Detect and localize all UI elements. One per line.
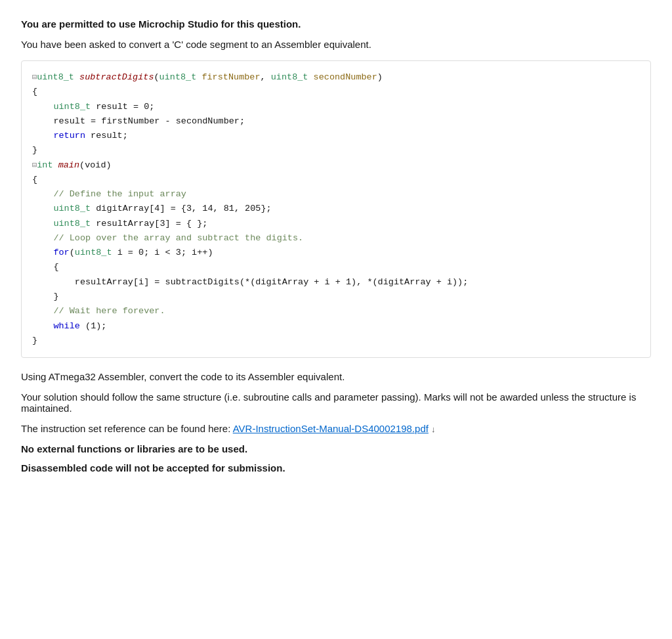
no-disassembled-notice: Disassembled code will not be accepted f…	[21, 462, 651, 474]
instruction-set-link[interactable]: AVR-InstructionSet-Manual-DS40002198.pdf	[233, 423, 429, 434]
instruction-set-prefix: The instruction set reference can be fou…	[21, 423, 233, 434]
intro-text: You have been asked to convert a 'C' cod…	[21, 39, 651, 50]
instruction-set-text: The instruction set reference can be fou…	[21, 423, 651, 434]
code-block: ⊟uint8_t subtractDigits(uint8_t firstNum…	[21, 60, 651, 358]
download-icon: ↓	[431, 424, 436, 434]
using-assembler-text: Using ATmega32 Assembler, convert the co…	[21, 371, 651, 382]
permission-notice: You are permitted to use Microchip Studi…	[21, 18, 651, 30]
structure-text: Your solution should follow the same str…	[21, 391, 651, 414]
no-external-notice: No external functions or libraries are t…	[21, 443, 651, 454]
